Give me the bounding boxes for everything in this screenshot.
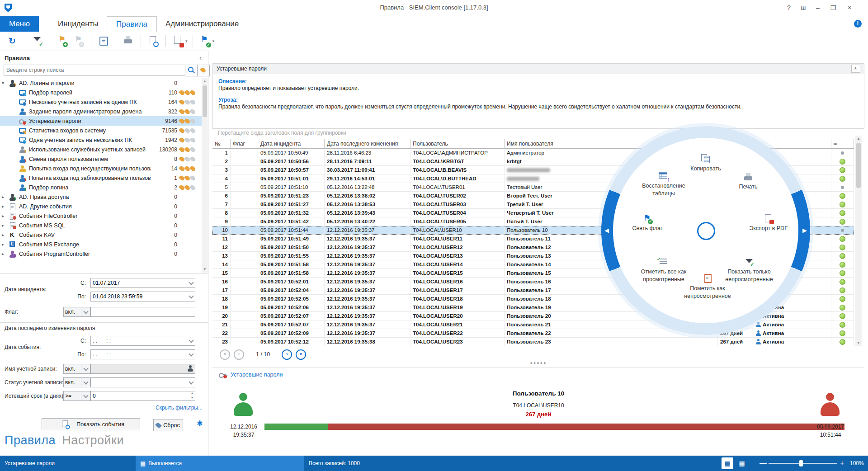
remove-flag-icon[interactable]	[72, 35, 85, 47]
incident-from-dropdown[interactable]	[187, 278, 195, 288]
flag-mode-select[interactable]: вкл.	[63, 307, 90, 317]
tree-expand-icon[interactable]: ▸	[2, 194, 9, 199]
status-dropdown[interactable]	[187, 377, 195, 387]
column-header[interactable]: №	[212, 139, 231, 148]
pin-window-button[interactable]: ⊞	[797, 2, 810, 14]
table-row[interactable]: 2305.09.2017 10:52:1212.12.2016 19:35:38…	[212, 338, 854, 346]
zoom-slider-track[interactable]	[769, 463, 837, 464]
tree-expand-icon[interactable]: ▸	[2, 213, 9, 218]
event-to-dropdown[interactable]	[187, 349, 195, 359]
account-picker-icon[interactable]	[186, 364, 195, 373]
pager-next-button[interactable]: ›	[282, 349, 292, 360]
column-header[interactable]: Пользователь	[410, 139, 505, 148]
tree-item[interactable]: Подбор логина2	[0, 183, 202, 192]
tree-item[interactable]: Попытка входа под заблокированным пользо…	[0, 173, 202, 183]
radial-item-show-unviewed-only[interactable]: Показать только непросмотренные	[711, 257, 788, 283]
print-icon[interactable]	[122, 35, 135, 47]
mark-flag-dropdown-caret[interactable]: ▾	[212, 39, 215, 43]
hide-filters-link[interactable]: Скрыть фильтры...	[156, 405, 203, 411]
tree-item[interactable]: Подбор паролей110	[0, 88, 202, 97]
expired-days-input[interactable]	[90, 391, 195, 401]
minimize-button[interactable]: –	[811, 2, 825, 14]
tree-item[interactable]: ▸События MS SQL0	[0, 221, 202, 230]
flag-filter-input[interactable]	[90, 307, 195, 317]
tab-menu[interactable]: Меню	[0, 16, 39, 32]
mark-flag-icon[interactable]	[199, 35, 212, 47]
radial-center-circle[interactable]	[697, 222, 715, 240]
account-name-input[interactable]	[90, 364, 195, 374]
tree-item[interactable]: Статистика входов в систему71535	[0, 126, 202, 135]
pager-first-button[interactable]: «	[220, 349, 230, 360]
sidebar-collapse-icon[interactable]: ‹	[199, 54, 202, 61]
tree-expand-icon[interactable]: ▸	[2, 204, 9, 209]
search-button[interactable]	[185, 65, 198, 76]
event-date-to-input[interactable]	[90, 349, 195, 359]
radial-item-restore-table[interactable]: Восстановление таблицы	[625, 171, 702, 198]
importance-filter-button[interactable]	[198, 65, 210, 76]
incident-date-from-input[interactable]	[90, 278, 195, 288]
tree-item[interactable]: ▸События KAV0	[0, 230, 202, 240]
close-button[interactable]: ×	[843, 2, 856, 14]
radial-item-export-pdf[interactable]: Экспорт в PDF	[730, 214, 807, 232]
tree-item[interactable]: Задание пароля администратором домена322	[0, 107, 202, 116]
table-scrollbar[interactable]: ▲▼	[855, 136, 862, 346]
pager-last-button[interactable]: »	[296, 349, 306, 360]
collapse-description-button[interactable]: «	[851, 65, 860, 73]
card-view-button[interactable]: ▤	[736, 457, 748, 469]
incident-to-dropdown[interactable]	[187, 292, 195, 301]
tab-incidents[interactable]: Инциденты	[49, 16, 108, 32]
zoom-in-button[interactable]: +	[840, 456, 844, 471]
tree-item[interactable]: ▾AD. Логины и пароли0	[0, 78, 202, 88]
tree-item[interactable]: Смена пароля пользователем8	[0, 154, 202, 164]
column-header[interactable]: ∞	[831, 139, 854, 148]
column-header[interactable]: Флаг	[231, 139, 258, 148]
tab-rules[interactable]: Правила	[107, 16, 157, 33]
settings-gear-icon[interactable]: ✱	[194, 418, 205, 429]
pager-prev-button[interactable]: ‹	[234, 349, 244, 360]
tab-administration[interactable]: Администрирование	[156, 16, 248, 32]
tree-expand-icon[interactable]: ▾	[2, 80, 9, 85]
event-date-from-input[interactable]	[90, 336, 195, 346]
footer-tab-rules[interactable]: Правила	[5, 433, 56, 447]
tree-item[interactable]: Использование служебных учетных записей1…	[0, 145, 202, 154]
add-flag-icon[interactable]	[56, 35, 69, 47]
tree-item[interactable]: Одна учетная запись на нескольких ПК1942	[0, 135, 202, 145]
zoom-slider-thumb[interactable]	[799, 460, 803, 466]
export-pdf-icon[interactable]	[172, 35, 184, 47]
account-mode-select[interactable]: вкл.	[63, 364, 90, 374]
show-events-button[interactable]: Показать события	[42, 418, 140, 430]
radial-item-copy[interactable]: Копировать	[667, 154, 744, 173]
tree-item[interactable]: ▸События MS Exchange0	[0, 240, 202, 249]
tree-expand-icon[interactable]: ▸	[2, 242, 9, 247]
search-input[interactable]	[4, 65, 185, 75]
radial-item-remove-flag[interactable]: Снять флаг	[609, 214, 686, 232]
footer-tab-settings[interactable]: Настройки	[62, 433, 124, 447]
tree-item[interactable]: ▸AD. Права доступа0	[0, 192, 202, 202]
column-header[interactable]: Дата последнего изменения	[325, 139, 410, 148]
tree-expand-icon[interactable]: ▸	[2, 232, 9, 237]
print-preview-icon[interactable]	[147, 35, 160, 47]
export-pdf-dropdown-caret[interactable]: ▾	[185, 39, 188, 43]
tree-item[interactable]: Попытка входа под несуществующим пользов…	[0, 164, 202, 173]
account-status-input[interactable]	[90, 377, 195, 387]
zoom-out-button[interactable]: —	[760, 456, 767, 471]
tree-item[interactable]: ▸AD. Другие события0	[0, 202, 202, 211]
grid-view-button[interactable]: ▦	[722, 457, 733, 469]
panel-splitter[interactable]: ●●●●●	[212, 361, 864, 366]
info-icon[interactable]: i	[854, 20, 862, 28]
help-button[interactable]: ?	[782, 2, 796, 14]
expired-mode-select[interactable]: >=	[63, 391, 90, 401]
tree-expand-icon[interactable]: ▸	[2, 223, 9, 228]
tree-item[interactable]: Устаревшие пароли9146	[0, 116, 202, 126]
event-from-dropdown[interactable]	[187, 336, 195, 346]
restore-button[interactable]: ❐	[826, 2, 840, 14]
radial-item-print[interactable]: Печать	[710, 172, 787, 191]
expired-days-spinner[interactable]: ▲▼	[189, 391, 195, 401]
cards-view-icon[interactable]	[97, 35, 110, 47]
tree-item[interactable]: ▸События ProgramController0	[0, 249, 202, 259]
reset-button[interactable]: Сброс	[153, 419, 183, 431]
refresh-icon[interactable]	[6, 35, 19, 47]
status-mode-select[interactable]: вкл.	[63, 377, 90, 387]
tree-item[interactable]: ▸События FileController0	[0, 211, 202, 221]
radial-left-arrow-icon[interactable]: ◀	[604, 227, 609, 234]
